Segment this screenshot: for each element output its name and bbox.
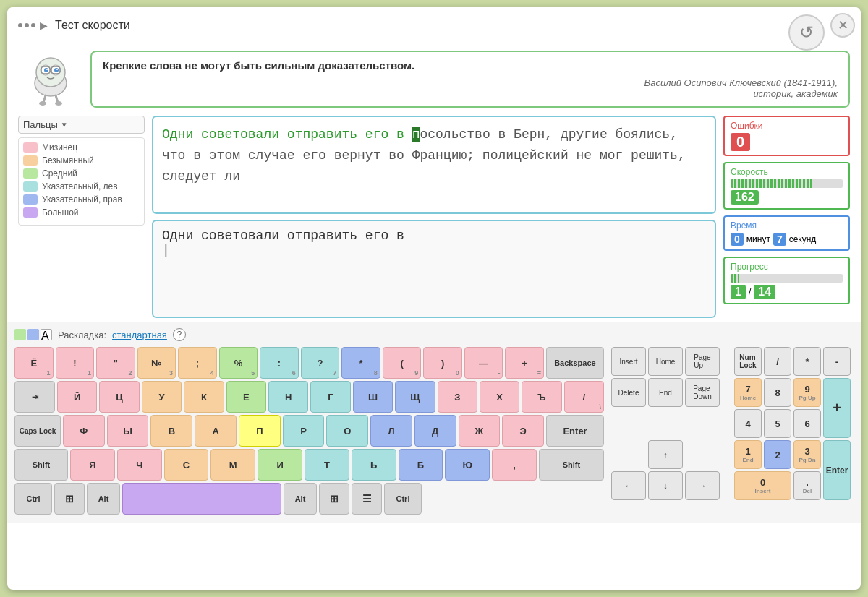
key-arrow-right[interactable]: →: [685, 471, 720, 500]
help-button[interactable]: ?: [173, 328, 186, 341]
key-insert[interactable]: Insert: [611, 347, 646, 376]
key-num-plus[interactable]: +: [823, 378, 851, 438]
key-num-4[interactable]: 4: [734, 409, 762, 438]
key-7[interactable]: ?7: [301, 347, 340, 379]
key-num-mult[interactable]: *: [793, 347, 821, 376]
key-э[interactable]: Э: [502, 415, 544, 447]
key-shift-right[interactable]: Shift: [539, 449, 604, 481]
key-л[interactable]: Л: [370, 415, 412, 447]
key-menu[interactable]: ☰: [352, 483, 382, 515]
key-ц[interactable]: Ц: [99, 381, 139, 413]
key-backspace[interactable]: Backspace: [546, 347, 604, 379]
key-ш[interactable]: Ш: [353, 381, 393, 413]
key-ctrl-left[interactable]: Ctrl: [14, 483, 52, 515]
key-н[interactable]: Н: [268, 381, 308, 413]
key-comma[interactable]: ,: [492, 449, 537, 481]
key-5[interactable]: %5: [219, 347, 258, 379]
key-о[interactable]: О: [326, 415, 368, 447]
key-num-5[interactable]: 5: [764, 409, 791, 438]
key-р[interactable]: Р: [283, 415, 325, 447]
key-num-9[interactable]: 9Pg Up: [793, 378, 821, 407]
key-arrow-down[interactable]: ↓: [648, 471, 683, 500]
key-num-lock[interactable]: NumLock: [734, 347, 762, 376]
svg-point-1: [36, 58, 65, 87]
key-arrow-left[interactable]: ←: [611, 471, 646, 500]
key-я[interactable]: Я: [70, 449, 115, 481]
key-num-2[interactable]: 2: [764, 440, 791, 469]
key-ч[interactable]: Ч: [117, 449, 162, 481]
key-num-6[interactable]: 6: [793, 409, 821, 438]
layout-name[interactable]: стандартная: [112, 330, 167, 340]
key-num-7[interactable]: 7Home: [734, 378, 762, 407]
key-й[interactable]: Й: [57, 381, 97, 413]
key-ю[interactable]: Ю: [445, 449, 490, 481]
key-ф[interactable]: Ф: [63, 415, 105, 447]
key-num-minus[interactable]: -: [823, 347, 851, 376]
key-delete[interactable]: Delete: [611, 378, 646, 407]
text-input-area[interactable]: Одни советовали отправить его в |: [152, 220, 716, 318]
key-num-enter[interactable]: Enter: [823, 440, 851, 500]
key-0[interactable]: )0: [423, 347, 462, 379]
key-и[interactable]: И: [258, 449, 302, 481]
key-с[interactable]: С: [164, 449, 209, 481]
key-в[interactable]: В: [150, 415, 192, 447]
key-num-dot[interactable]: .Del: [793, 471, 821, 500]
fingers-dropdown[interactable]: Пальцы ▼: [18, 116, 145, 134]
key-num-3[interactable]: 3Pg Dn: [793, 440, 821, 469]
key-num-slash[interactable]: /: [764, 347, 791, 376]
key-м[interactable]: М: [210, 449, 255, 481]
key-9[interactable]: (9: [383, 347, 422, 379]
time-box: Время 0 минут 7 секунд: [723, 215, 850, 251]
key-4[interactable]: ;4: [178, 347, 217, 379]
key-б[interactable]: Б: [399, 449, 443, 481]
key-п[interactable]: П: [239, 415, 281, 447]
key-shift-left[interactable]: Shift: [14, 449, 68, 481]
key-home[interactable]: Home: [648, 347, 683, 376]
key-т[interactable]: Т: [305, 449, 349, 481]
header-dots: [18, 23, 35, 27]
key-page-down[interactable]: PageDown: [685, 378, 720, 407]
key-6[interactable]: :6: [260, 347, 299, 379]
key-ь[interactable]: Ь: [352, 449, 396, 481]
key-2[interactable]: "2: [96, 347, 135, 379]
key-page-up[interactable]: PageUp: [685, 347, 720, 376]
close-button[interactable]: ✕: [830, 13, 855, 38]
key-end[interactable]: End: [648, 378, 683, 407]
key-arrow-up[interactable]: ↑: [648, 440, 683, 469]
key-num-0[interactable]: 0Insert: [734, 471, 791, 500]
key-yo[interactable]: Ё1: [14, 347, 54, 379]
key-minus[interactable]: —-: [464, 347, 503, 379]
key-е[interactable]: Е: [226, 381, 266, 413]
key-caps-lock[interactable]: Caps Lock: [14, 415, 61, 447]
key-alt-left[interactable]: Alt: [87, 483, 120, 515]
key-з[interactable]: З: [438, 381, 477, 413]
key-alt-right[interactable]: Alt: [284, 483, 317, 515]
key-у[interactable]: У: [142, 381, 182, 413]
finger-color-middle: [23, 168, 38, 179]
key-щ[interactable]: Щ: [395, 381, 435, 413]
key-num-1[interactable]: 1End: [734, 440, 762, 469]
key-г[interactable]: Г: [310, 381, 350, 413]
key-а[interactable]: А: [195, 415, 237, 447]
key-ы[interactable]: Ы: [107, 415, 149, 447]
key-num-8[interactable]: 8: [764, 378, 791, 407]
key-win-right[interactable]: ⊞: [319, 483, 349, 515]
progress-separator: /: [749, 287, 751, 297]
key-д[interactable]: Д: [414, 415, 456, 447]
key-win-left[interactable]: ⊞: [54, 483, 85, 515]
reload-button[interactable]: ↺: [788, 14, 825, 51]
key-ctrl-right[interactable]: Ctrl: [384, 483, 422, 515]
key-1[interactable]: !1: [56, 347, 95, 379]
key-3[interactable]: №3: [137, 347, 176, 379]
key-к[interactable]: К: [184, 381, 224, 413]
key-slash[interactable]: /\: [564, 381, 604, 413]
errors-label: Ошибки: [731, 121, 843, 131]
key-ъ[interactable]: Ъ: [522, 381, 561, 413]
key-tab[interactable]: ⇥: [14, 381, 55, 413]
key-х[interactable]: Х: [480, 381, 519, 413]
key-space[interactable]: [122, 483, 281, 515]
key-8[interactable]: *8: [341, 347, 380, 379]
key-equals[interactable]: +=: [505, 347, 544, 379]
key-ж[interactable]: Ж: [459, 415, 501, 447]
key-enter[interactable]: Enter: [546, 415, 604, 447]
